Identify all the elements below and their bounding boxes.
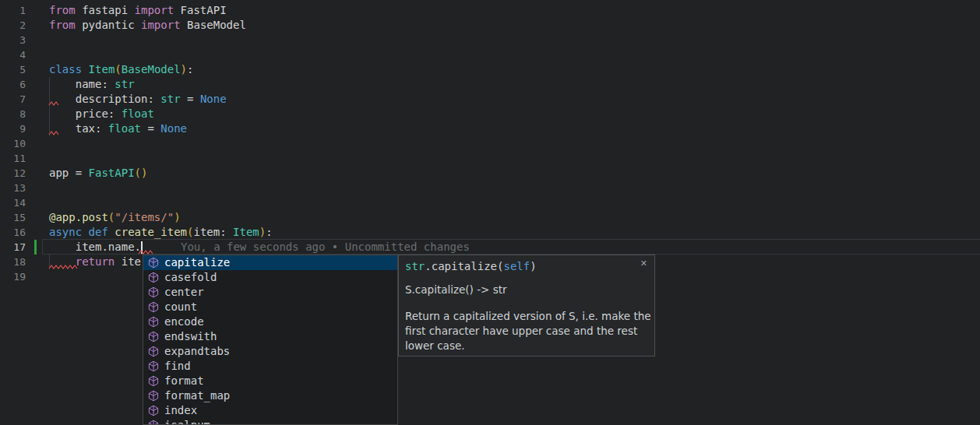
line-number-4[interactable]: 4 (0, 47, 26, 62)
line-number-12[interactable]: 12 (0, 166, 26, 181)
code-token: float (108, 122, 141, 135)
code-token: self (503, 260, 530, 272)
line-number-1[interactable]: 1 (0, 3, 26, 18)
suggestion-item-count[interactable]: count (143, 300, 397, 314)
line-number-13[interactable]: 13 (0, 181, 26, 195)
line-number-2[interactable]: 2 (0, 18, 26, 33)
code-line-1[interactable]: from fastapi import FastAPI (49, 3, 227, 18)
line-number-7[interactable]: 7 (0, 92, 26, 107)
line-number-10[interactable]: 10 (0, 136, 26, 151)
line-number-5[interactable]: 5 (0, 62, 26, 77)
code-token: import (141, 19, 181, 31)
code-token: def (89, 226, 108, 238)
suggestion-item-format[interactable]: format (143, 374, 397, 388)
docs-summary: S.capitalize() -> str (405, 283, 507, 296)
suggestion-label: isalnum (164, 418, 210, 425)
suggestion-label: index (164, 403, 197, 418)
line-number-9[interactable]: 9 (0, 121, 26, 136)
method-icon (147, 375, 160, 388)
code-token (82, 63, 88, 76)
code-token: create_item (115, 226, 187, 238)
code-token: async (49, 226, 82, 238)
suggestion-item-encode[interactable]: encode (143, 314, 397, 329)
code-token: app = (49, 167, 89, 179)
code-line-8[interactable]: price: float (49, 107, 154, 121)
line-number-8[interactable]: 8 (0, 107, 26, 121)
line-number-17[interactable]: 17 (0, 240, 26, 255)
error-squiggle (49, 265, 77, 269)
suggestion-item-endswith[interactable]: endswith (143, 329, 397, 344)
suggestion-label: expandtabs (164, 344, 230, 359)
line-number-16[interactable]: 16 (0, 225, 26, 240)
code-token: None (160, 122, 187, 135)
code-token: : (266, 226, 272, 238)
git-added-line-indicator (34, 240, 37, 255)
line-number-11[interactable]: 11 (0, 151, 26, 166)
code-token: ite (115, 255, 141, 268)
autocomplete-suggest-widget: capitalizecasefoldcentercountencodeendsw… (143, 255, 398, 425)
method-icon (147, 257, 160, 269)
git-blame-annotation: You, a few seconds ago • Uncommitted cha… (181, 240, 470, 255)
code-line-15[interactable]: @app.post("/items/") (49, 210, 181, 225)
suggestion-item-center[interactable]: center (143, 285, 397, 300)
code-line-6[interactable]: name: str (49, 77, 135, 92)
code-line-2[interactable]: from pydantic import BaseModel (49, 18, 246, 33)
method-icon (147, 390, 160, 402)
suggestion-item-isalnum[interactable]: isalnum (143, 418, 397, 425)
suggestion-item-find[interactable]: find (143, 359, 397, 374)
suggestion-item-format_map[interactable]: format_map (143, 388, 397, 403)
suggestion-label: casefold (164, 270, 217, 285)
suggestion-label: format_map (164, 388, 230, 403)
code-line-16[interactable]: async def create_item(item: Item): (49, 225, 273, 240)
code-line-5[interactable]: class Item(BaseModel): (49, 62, 193, 77)
method-icon (147, 272, 160, 284)
code-token: @app.post (49, 211, 108, 223)
code-token: "/items/" (115, 211, 174, 223)
code-line-7[interactable]: description: str = None (49, 92, 227, 107)
code-token: str (115, 78, 134, 90)
method-icon (147, 331, 160, 343)
code-token: = (181, 93, 200, 105)
code-token: ) (259, 226, 266, 238)
code-editor: 12345678910111213141516171819 from fasta… (0, 0, 980, 425)
line-number-3[interactable]: 3 (0, 33, 26, 47)
code-token: None (200, 93, 227, 105)
code-token: str (405, 260, 425, 272)
method-icon (147, 316, 160, 328)
line-number-15[interactable]: 15 (0, 210, 26, 225)
suggestion-item-index[interactable]: index (143, 403, 397, 418)
code-token: : (187, 63, 193, 76)
code-line-17[interactable]: item.name. (49, 240, 141, 255)
suggestion-label: center (164, 285, 204, 300)
line-number-6[interactable]: 6 (0, 77, 26, 92)
code-token: fastapi (76, 4, 135, 16)
docs-description: Return a capitalized version of S, i.e. … (405, 309, 651, 353)
code-token: Item (233, 226, 259, 238)
code-token: return (76, 255, 115, 268)
code-line-12[interactable]: app = FastAPI() (49, 166, 147, 181)
close-icon[interactable]: ✕ (640, 258, 647, 269)
code-token: BaseModel (181, 19, 246, 31)
code-line-9[interactable]: tax: float = None (49, 121, 187, 136)
line-number-18[interactable]: 18 (0, 255, 26, 269)
suggestion-label: endswith (164, 329, 217, 344)
line-number-19[interactable]: 19 (0, 269, 26, 284)
code-token: from (49, 4, 76, 16)
suggestion-item-expandtabs[interactable]: expandtabs (143, 344, 397, 359)
code-token: ) (174, 211, 180, 223)
docs-signature: str.capitalize(self) (405, 260, 537, 273)
code-token: import (135, 4, 174, 16)
code-token: float (122, 107, 154, 120)
suggestion-item-casefold[interactable]: casefold (143, 270, 397, 285)
method-icon (147, 405, 160, 417)
line-number-14[interactable]: 14 (0, 195, 26, 210)
suggestion-label: encode (164, 314, 204, 329)
error-squiggle (49, 131, 58, 135)
code-token: FastAPI (89, 167, 135, 179)
error-squiggle (49, 101, 58, 106)
suggestion-item-capitalize[interactable]: capitalize (143, 255, 397, 270)
method-icon (147, 301, 160, 314)
code-token: item: (193, 226, 233, 238)
method-icon (147, 286, 160, 299)
suggestion-label: find (164, 359, 191, 374)
